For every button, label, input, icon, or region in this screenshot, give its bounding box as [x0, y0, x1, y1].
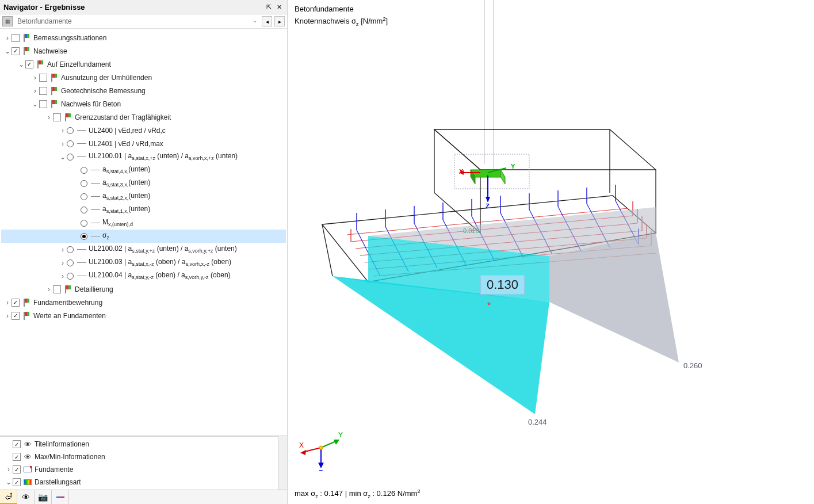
flag-icon	[22, 34, 30, 42]
axis-z-label: Z	[486, 203, 490, 209]
collapse-toggle[interactable]: ⌄	[59, 153, 67, 161]
tree-item-ul2400[interactable]: › UL2400 | νEd,red / νRd,c	[1, 124, 286, 137]
svg-marker-2	[434, 129, 656, 170]
flag-icon	[22, 47, 30, 55]
eye-icon: 👁	[23, 440, 32, 449]
flag-icon	[36, 60, 44, 68]
expand-toggle[interactable]: ›	[45, 113, 53, 121]
checkbox[interactable]	[53, 113, 61, 121]
tab-cursor[interactable]: ⮰	[0, 490, 17, 504]
checkbox[interactable]: ✓	[13, 440, 21, 448]
expand-toggle[interactable]: ›	[59, 127, 67, 135]
checkbox[interactable]: ✓	[25, 60, 33, 68]
option-fundamente[interactable]: › ✓ Fundamente	[2, 463, 276, 476]
expand-toggle[interactable]: ›	[3, 34, 12, 42]
viewport-status: max σz : 0.147 | min σz : 0.126 N/mm2	[295, 488, 420, 499]
checkbox[interactable]: ✓	[13, 453, 21, 461]
svg-point-64	[319, 446, 323, 449]
navigator-title: Navigator - Ergebnisse	[3, 3, 85, 12]
collapse-toggle[interactable]: ⌄	[5, 478, 13, 486]
expand-toggle[interactable]: ›	[3, 312, 12, 320]
option-maxmin[interactable]: ✓ 👁 Max/Min-Informationen	[2, 450, 276, 463]
option-darstellung[interactable]: ⌄ ✓ Darstellungsart	[2, 476, 276, 488]
options-scrollbar[interactable]	[278, 436, 287, 490]
tree-item-as3[interactable]: as,stat,3,x,(unten)	[1, 177, 286, 190]
tree-item-ausnutzung[interactable]: › Ausnutzung der Umhüllenden	[1, 71, 286, 84]
axis-x-label: X	[459, 168, 463, 175]
gizmo-z-label: Z	[319, 469, 323, 471]
tree-item-nachweise[interactable]: ⌄ ✓ Nachweise	[1, 44, 286, 58]
tab-eye[interactable]: 👁	[17, 490, 35, 504]
tab-camera[interactable]: 📷	[35, 490, 52, 504]
tree-item-einzelfund[interactable]: ⌄ ✓ Auf Einzelfundament	[1, 58, 286, 71]
axis-gizmo[interactable]: X Y Z	[298, 425, 344, 471]
checkbox[interactable]: ✓	[13, 465, 21, 474]
checkbox[interactable]: ✓	[12, 299, 20, 307]
close-button[interactable]: ✕	[274, 2, 284, 12]
pin-button[interactable]: ⇱	[264, 2, 273, 12]
checkbox[interactable]: ✓	[13, 478, 21, 486]
expand-toggle[interactable]: ›	[31, 74, 39, 82]
radio-selected[interactable]	[81, 233, 87, 240]
eye-icon: 👁	[23, 452, 32, 461]
svg-marker-55	[486, 197, 490, 203]
expand-toggle[interactable]: ›	[5, 465, 13, 474]
viewport-3d[interactable]: Betonfundamente Knotennachweis σz [N/mm2…	[288, 0, 814, 504]
svg-marker-50	[500, 170, 505, 184]
next-button[interactable]: ▸	[274, 16, 285, 26]
collapse-toggle[interactable]: ⌄	[31, 100, 39, 108]
checkbox[interactable]	[39, 74, 47, 82]
tree-item-mx[interactable]: Mx,(unten),d	[1, 216, 286, 230]
module-dropdown[interactable]: Betonfundamente ⌄	[15, 16, 259, 26]
tree-item-ul210004[interactable]: › UL2100.04 | as,stat,y,-z (oben) / as,v…	[1, 269, 286, 282]
radio[interactable]	[67, 259, 74, 266]
option-titel[interactable]: ✓ 👁 Titelinformationen	[2, 438, 276, 450]
tree-item-as4[interactable]: as,stat,4,x,(unten)	[1, 163, 286, 177]
tree-item-ul210003[interactable]: › UL2100.03 | as,stat,x,-z (oben) / as,v…	[1, 256, 286, 269]
expand-toggle[interactable]: ›	[3, 299, 12, 307]
expand-toggle[interactable]: ›	[31, 87, 39, 95]
radio[interactable]	[67, 140, 74, 147]
tree-item-fundbew[interactable]: › ✓ Fundamentbewehrung	[1, 296, 286, 309]
expand-toggle[interactable]: ›	[45, 285, 53, 293]
expand-toggle[interactable]: ›	[59, 246, 67, 254]
radio[interactable]	[81, 193, 87, 200]
radio[interactable]	[67, 127, 74, 134]
tree-item-as2[interactable]: as,stat,2,x,(unten)	[1, 190, 286, 203]
radio[interactable]	[67, 273, 74, 280]
checkbox[interactable]	[12, 34, 20, 42]
tree-item-nachweisbeton[interactable]: ⌄ Nachweis für Beton	[1, 97, 286, 110]
collapse-toggle[interactable]: ⌄	[3, 47, 12, 55]
checkbox[interactable]: ✓	[12, 312, 20, 320]
radio[interactable]	[67, 154, 74, 161]
tab-results[interactable]	[52, 490, 69, 504]
tree-item-geotech[interactable]: › Geotechnische Bemessung	[1, 84, 286, 97]
radio[interactable]	[67, 246, 74, 253]
navigator-panel: Navigator - Ergebnisse ⇱ ✕ ▦ Betonfundam…	[0, 0, 288, 504]
tree-item-grenz[interactable]: › Grenzzustand der Tragfähigkeit	[1, 110, 286, 124]
expand-toggle[interactable]: ›	[59, 259, 67, 267]
tree-item-ul210001[interactable]: ⌄ UL2100.01 | as,stat,x,+z (unten) / as,…	[1, 150, 286, 163]
collapse-toggle[interactable]: ⌄	[17, 60, 25, 68]
checkbox[interactable]	[39, 100, 47, 108]
expand-toggle[interactable]: ›	[59, 272, 67, 280]
flag-icon	[50, 74, 58, 82]
radio[interactable]	[81, 207, 87, 213]
tree-item-ul2401[interactable]: › UL2401 | νEd / νRd,max	[1, 137, 286, 150]
radio[interactable]	[81, 220, 87, 227]
checkbox[interactable]: ✓	[12, 47, 20, 55]
radio[interactable]	[81, 167, 87, 174]
radio[interactable]	[81, 180, 87, 187]
tree-item-werte[interactable]: › ✓ Werte an Fundamenten	[1, 309, 286, 322]
tree-item-detail[interactable]: › Detaillierung	[1, 282, 286, 296]
tree-item-ul210002[interactable]: › UL2100.02 | as,stat,y,+z (unten) / as,…	[1, 243, 286, 256]
expand-toggle[interactable]: ›	[59, 140, 67, 148]
model-canvas[interactable]	[288, 0, 814, 504]
checkbox[interactable]	[53, 285, 61, 293]
tree-item-bemessung[interactable]: › Bemessungssituationen	[1, 31, 286, 44]
prev-button[interactable]: ◂	[262, 16, 272, 26]
tree-item-as1[interactable]: as,stat,1,x,(unten)	[1, 203, 286, 216]
tree-item-sigmaz[interactable]: σz	[1, 230, 286, 243]
checkbox[interactable]	[39, 87, 47, 95]
result-tree[interactable]: › Bemessungssituationen ⌄ ✓ Nachweise ⌄ …	[0, 29, 287, 436]
